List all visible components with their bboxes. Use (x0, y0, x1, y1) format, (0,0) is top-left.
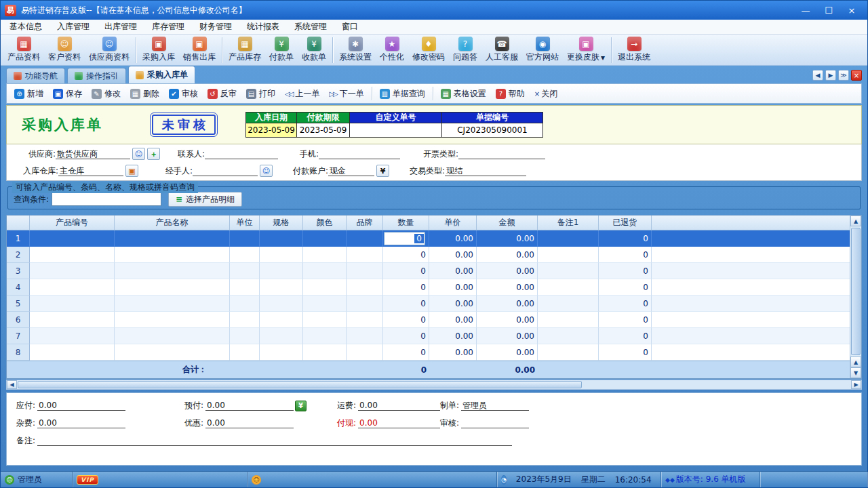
maximize-button[interactable]: ☐ (817, 3, 840, 18)
footer-field-value[interactable]: 0.00 (358, 418, 440, 428)
select-handler-icon[interactable]: ☺ (260, 165, 273, 177)
action-上一单[interactable]: ◁◁上一单 (280, 86, 324, 102)
cell-已退货[interactable]: 0 (599, 279, 652, 296)
column-header-已退货[interactable]: 已退货 (599, 216, 652, 230)
cell-单价[interactable]: 0.00 (429, 279, 477, 296)
cell-已退货[interactable]: 0 (599, 344, 652, 361)
toolbar-button-采购入库[interactable]: ▣采购入库 (138, 35, 179, 64)
cell-单价[interactable]: 0.00 (429, 247, 477, 263)
cell-单位[interactable] (230, 279, 260, 296)
scroll-track[interactable] (583, 380, 851, 389)
toolbar-button-更换皮肤[interactable]: ▣更换皮肤▾ (563, 35, 609, 64)
cell-已退货[interactable]: 0 (599, 296, 652, 312)
cell-金额[interactable]: 0.00 (477, 230, 538, 247)
cell-产品编号[interactable] (30, 279, 115, 296)
tab-操作指引[interactable]: 操作指引 (67, 68, 126, 83)
action-反审[interactable]: ↺反审 (203, 86, 241, 102)
action-删除[interactable]: ▦删除 (125, 86, 164, 102)
cell-备注1[interactable] (538, 279, 599, 296)
toolbar-button-产品库存[interactable]: ▦产品库存 (224, 35, 265, 64)
menu-item-入库管理[interactable]: 入库管理 (50, 20, 97, 34)
select-supplier-icon[interactable]: ☺ (132, 148, 145, 160)
quantity-editor[interactable]: 0 (384, 232, 425, 245)
mobile-input[interactable] (319, 148, 400, 159)
cell-金额[interactable]: 0.00 (477, 328, 538, 344)
cell-单价[interactable]: 0.00 (429, 230, 477, 247)
action-关闭[interactable]: ×关闭 (530, 86, 562, 102)
menu-item-窗口[interactable]: 窗口 (334, 20, 366, 34)
cell-单位[interactable] (230, 328, 260, 344)
cell-已退货[interactable]: 0 (599, 230, 652, 247)
toolbar-button-付款单[interactable]: ¥付款单 (265, 35, 298, 64)
column-header-产品名称[interactable]: 产品名称 (115, 216, 230, 230)
footer-field-value[interactable]: 0.00 (205, 418, 294, 428)
cell-品牌[interactable] (347, 230, 383, 247)
column-header-单价[interactable]: 单价 (429, 216, 477, 230)
invoice-type-input[interactable] (458, 148, 545, 159)
cell-数量[interactable]: 0 (383, 279, 429, 296)
toolbar-button-官方网站[interactable]: ◉官方网站 (522, 35, 563, 64)
doc-field-value[interactable]: CJ202305090001 (441, 123, 543, 138)
cell-产品名称[interactable] (115, 247, 230, 263)
cell-单位[interactable] (230, 263, 260, 279)
table-row-5[interactable]: 500.000.000 (7, 296, 850, 312)
cell-品牌[interactable] (347, 247, 383, 263)
toolbar-button-个性化[interactable]: ★个性化 (376, 35, 408, 64)
cell-单价[interactable]: 0.00 (429, 263, 477, 279)
cell-金额[interactable]: 0.00 (477, 247, 538, 263)
query-input[interactable] (52, 192, 161, 206)
column-header-金额[interactable]: 金额 (477, 216, 538, 230)
tab-采购入库单[interactable]: 采购入库单 (128, 66, 195, 83)
cell-规格[interactable] (260, 247, 303, 263)
doc-field-value[interactable]: 2023-05-09 (245, 123, 296, 138)
cell-品牌[interactable] (347, 279, 383, 296)
remark-input[interactable] (37, 436, 512, 446)
cell-产品名称[interactable] (115, 296, 230, 312)
cell-品牌[interactable] (347, 312, 383, 328)
cell-单位[interactable] (230, 230, 260, 247)
trade-type-input[interactable]: 现结 (445, 165, 526, 176)
toolbar-button-问题答[interactable]: ?问题答 (449, 35, 481, 64)
cell-规格[interactable] (260, 344, 303, 361)
cell-品牌[interactable] (347, 263, 383, 279)
cell-产品编号[interactable] (30, 328, 115, 344)
table-row-1[interactable]: 100.000.000 (7, 230, 850, 247)
action-帮助[interactable]: ?帮助 (491, 86, 530, 102)
cell-颜色[interactable] (303, 279, 347, 296)
cell-备注1[interactable] (538, 263, 599, 279)
menu-item-财务管理[interactable]: 财务管理 (192, 20, 239, 34)
dropdown-arrow-icon[interactable]: ▾ (601, 53, 605, 62)
column-header-颜色[interactable]: 颜色 (303, 216, 347, 230)
cell-金额[interactable]: 0.00 (477, 263, 538, 279)
cell-颜色[interactable] (303, 328, 347, 344)
cell-单位[interactable] (230, 247, 260, 263)
tab-more-icon[interactable]: ≫ (838, 70, 849, 81)
vertical-scroll-thumb[interactable] (851, 228, 861, 355)
toolbar-button-产品资料[interactable]: ▦产品资料 (3, 35, 44, 64)
cell-产品名称[interactable] (115, 279, 230, 296)
cell-备注1[interactable] (538, 247, 599, 263)
doc-field-value[interactable]: 2023-05-09 (296, 123, 349, 138)
cell-备注1[interactable] (538, 230, 599, 247)
cell-产品名称[interactable] (115, 328, 230, 344)
column-header-备注1[interactable]: 备注1 (538, 216, 599, 230)
column-header-规格[interactable]: 规格 (260, 216, 303, 230)
cell-数量[interactable]: 0 (383, 328, 429, 344)
scroll-up-icon[interactable]: ▲ (850, 216, 861, 226)
tab-scroll-left-icon[interactable]: ◀ (812, 70, 823, 81)
cell-产品编号[interactable] (30, 312, 115, 328)
scroll-left-icon[interactable]: ◀ (7, 380, 17, 389)
cell-已退货[interactable]: 0 (599, 263, 652, 279)
cell-金额[interactable]: 0.00 (477, 344, 538, 361)
pay-account-input[interactable]: 现金 (328, 165, 374, 176)
toolbar-button-修改密码[interactable]: ♦修改密码 (408, 35, 449, 64)
toolbar-button-销售出库[interactable]: ▣销售出库 (179, 35, 220, 64)
cell-数量[interactable]: 0 (383, 263, 429, 279)
table-row-2[interactable]: 200.000.000 (7, 247, 850, 263)
cell-单位[interactable] (230, 296, 260, 312)
table-row-6[interactable]: 600.000.000 (7, 312, 850, 328)
cell-规格[interactable] (260, 296, 303, 312)
cell-颜色[interactable] (303, 296, 347, 312)
cell-规格[interactable] (260, 312, 303, 328)
footer-field-value[interactable] (461, 418, 529, 428)
